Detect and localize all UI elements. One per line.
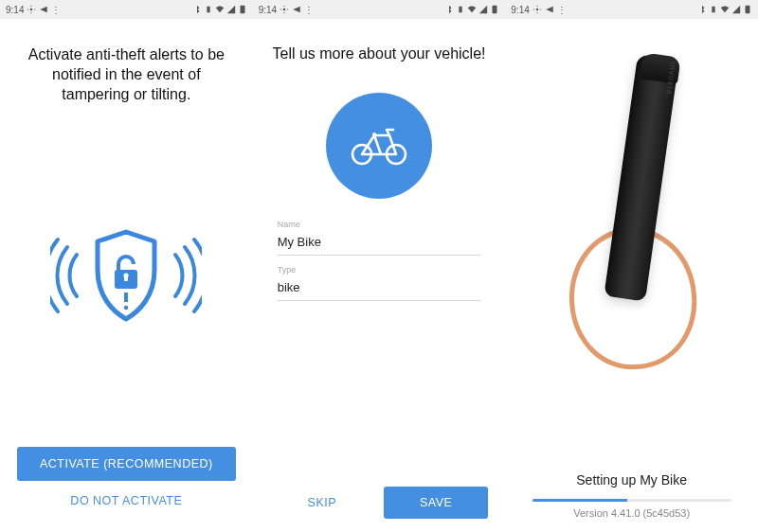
status-wifi-icon [467,5,477,14]
svg-rect-15 [712,7,714,13]
svg-rect-16 [745,6,749,13]
screen-setup-progress: 9:14 ⋮ invoxia Setting up My Bike Versio… [505,0,758,532]
status-misc-icon: ⋮ [304,5,314,15]
status-battery-icon [490,5,499,14]
svg-point-0 [30,9,33,11]
status-misc-icon: ⋮ [51,5,61,15]
version-label: Version 4.41.0 (5c45d53) [573,507,690,519]
save-button[interactable]: Save [384,487,488,519]
status-vibrate-icon [204,5,213,14]
status-gps-icon [280,5,289,14]
shield-alert-icon [50,219,202,332]
status-gps-icon [532,5,542,14]
setup-progress-fill [532,499,628,502]
status-bar: 9:14 ⋮ [0,0,253,19]
svg-point-14 [536,9,539,11]
svg-point-8 [283,9,286,11]
status-bluetooth-icon [444,5,454,14]
bike-icon [350,126,408,166]
status-bar: 9:14 ⋮ [253,0,506,19]
name-label: Name [278,220,481,229]
status-voicemail-icon [39,5,48,14]
svg-rect-6 [124,293,128,302]
status-vibrate-icon [456,5,465,14]
status-time: 9:14 [259,5,277,15]
setup-status-text: Setting up My Bike [576,472,687,488]
svg-point-7 [124,306,128,310]
svg-rect-2 [240,6,244,13]
status-gps-icon [27,5,36,14]
status-signal-icon [731,5,741,14]
tracker-device-image: invoxia [547,51,717,373]
svg-point-5 [124,274,129,278]
type-input[interactable] [278,276,481,301]
status-voicemail-icon [545,5,554,14]
skip-button[interactable]: Skip [270,487,374,519]
status-signal-icon [226,5,236,14]
svg-rect-1 [207,7,209,13]
status-wifi-icon [720,5,730,14]
status-bluetooth-icon [697,5,707,14]
status-time: 9:14 [6,5,24,15]
status-misc-icon: ⋮ [557,5,567,15]
svg-rect-9 [460,7,462,13]
name-input[interactable] [278,231,481,256]
status-voicemail-icon [292,5,301,14]
activate-button[interactable]: Activate (Recommended) [17,447,236,481]
setup-progress-bar [532,499,731,502]
status-bluetooth-icon [192,5,202,14]
vehicle-type-avatar[interactable] [326,93,432,199]
svg-rect-10 [493,6,497,13]
status-vibrate-icon [709,5,718,14]
svg-point-13 [372,133,376,136]
status-battery-icon [238,5,247,14]
status-time: 9:14 [511,5,529,15]
anti-theft-heading: Activate anti-theft alerts to be notifie… [17,45,236,104]
status-bar: 9:14 ⋮ [505,0,758,19]
vehicle-heading: Tell us more about your vehicle! [266,45,493,62]
status-signal-icon [478,5,488,14]
screen-vehicle-form: 9:14 ⋮ Tell us more about your vehicle! … [253,0,506,532]
status-wifi-icon [215,5,225,14]
do-not-activate-button[interactable]: Do not activate [17,481,236,521]
status-battery-icon [743,5,752,14]
screen-anti-theft: 9:14 ⋮ Activate anti-theft alerts to be … [0,0,253,532]
type-label: Type [278,265,481,275]
